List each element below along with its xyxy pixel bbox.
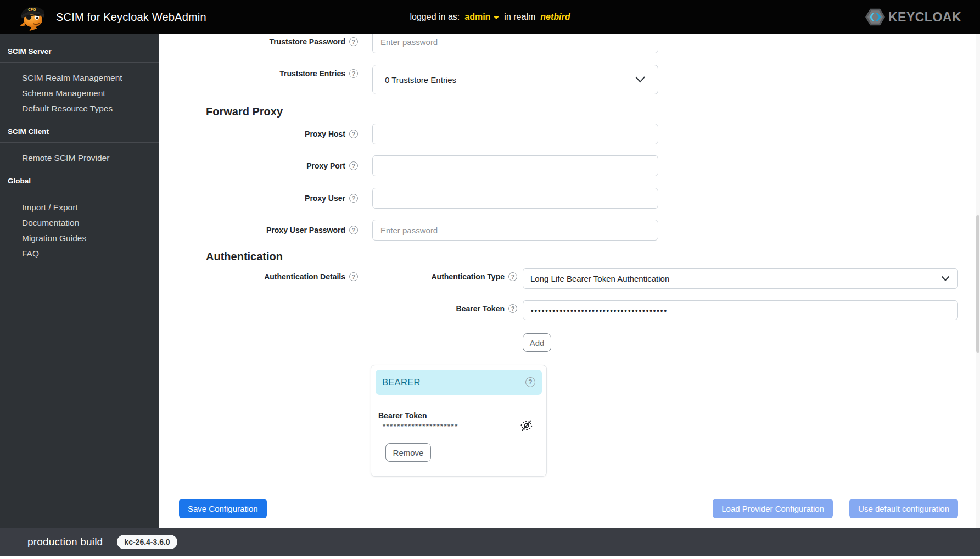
remove-button[interactable]: Remove (385, 443, 431, 462)
bearer-token-label: Bearer Token ? (368, 303, 517, 314)
authentication-type-value: Long Life Bearer Token Authentication (523, 274, 941, 283)
help-icon[interactable]: ? (349, 272, 358, 281)
keycloak-hexagon-icon (865, 7, 885, 27)
realm-name: netbird (540, 12, 570, 22)
bearer-card-masked-value: ********************* (383, 422, 458, 431)
login-info: logged in as: admin in realm netbird (410, 12, 570, 22)
truststore-entries-value: 0 Truststore Entries (373, 75, 635, 85)
main-content: Truststore Password ? Truststore Entries… (159, 34, 980, 528)
chevron-down-icon (941, 276, 950, 282)
eye-slash-icon[interactable] (520, 419, 533, 432)
forward-proxy-heading: Forward Proxy (206, 105, 283, 118)
load-provider-configuration-button[interactable]: Load Provider Configuration (713, 499, 833, 518)
truststore-entries-label: Truststore Entries ? (159, 68, 358, 79)
sidebar-section-global: Global (0, 171, 159, 192)
sidebar-nav: SCIM Server SCIM Realm Management Schema… (0, 34, 159, 528)
bearer-token-input[interactable] (523, 300, 958, 320)
authentication-type-select[interactable]: Long Life Bearer Token Authentication (523, 268, 958, 289)
help-icon[interactable]: ? (349, 226, 358, 234)
proxy-port-label: Proxy Port ? (159, 160, 358, 171)
help-icon[interactable]: ? (508, 304, 517, 313)
help-icon[interactable]: ? (349, 130, 358, 138)
sidebar-item-schema-management[interactable]: Schema Management (22, 86, 159, 101)
authentication-type-label: Authentication Type ? (368, 271, 517, 282)
chevron-down-icon (635, 76, 646, 83)
help-icon[interactable]: ? (525, 377, 535, 387)
proxy-port-input[interactable] (372, 155, 658, 176)
help-icon[interactable]: ? (349, 194, 358, 203)
version-badge: kc-26.4-3.6.0 (117, 535, 177, 549)
logged-in-label: logged in as: (410, 12, 460, 22)
proxy-host-input[interactable] (372, 124, 658, 144)
proxy-user-password-label: Proxy User Password ? (159, 225, 358, 236)
sidebar-group-scim-server: SCIM Realm Management Schema Management … (0, 63, 159, 122)
page-title: SCIM for Keycloak WebAdmin (56, 11, 206, 24)
proxy-user-label: Proxy User ? (159, 193, 358, 204)
proxy-user-password-input[interactable] (372, 220, 658, 241)
build-label: production build (27, 536, 103, 548)
save-configuration-button[interactable]: Save Configuration (179, 499, 267, 518)
sidebar-item-scim-realm-management[interactable]: SCIM Realm Management (22, 70, 159, 86)
add-button[interactable]: Add (523, 333, 551, 352)
sidebar-item-faq[interactable]: FAQ (22, 246, 159, 261)
scrollbar-thumb[interactable] (976, 215, 979, 353)
authentication-heading: Authentication (206, 250, 283, 263)
sidebar-section-scim-client: SCIM Client (0, 122, 159, 142)
help-icon[interactable]: ? (508, 272, 517, 281)
app-brand: CPG SCIM for Keycloak WebAdmin (0, 2, 307, 32)
truststore-password-input[interactable] (372, 34, 658, 53)
proxy-host-label: Proxy Host ? (159, 128, 358, 139)
sidebar-item-migration-guides[interactable]: Migration Guides (22, 231, 159, 246)
truststore-password-label: Truststore Password ? (159, 36, 358, 47)
proxy-user-input[interactable] (372, 188, 658, 209)
username: admin (464, 12, 490, 22)
sidebar-item-remote-scim-provider[interactable]: Remote SCIM Provider (22, 150, 159, 166)
realm-prefix-label: in realm (504, 12, 535, 22)
use-default-configuration-button[interactable]: Use default configuration (849, 499, 958, 518)
bearer-card-title: BEARER (382, 377, 525, 388)
bearer-card-field-label: Bearer Token (378, 411, 427, 420)
help-icon[interactable]: ? (349, 69, 358, 78)
sidebar-item-default-resource-types[interactable]: Default Resource Types (22, 101, 159, 116)
footer-bar: production build kc-26.4-3.6.0 (0, 528, 980, 556)
sidebar-item-documentation[interactable]: Documentation (22, 215, 159, 231)
keycloak-wordmark: KEYCLOAK (888, 10, 961, 25)
user-menu-dropdown[interactable]: admin (464, 12, 499, 22)
svg-text:CPG: CPG (28, 8, 36, 12)
sidebar-section-scim-server: SCIM Server (0, 42, 159, 62)
vertical-scrollbar[interactable] (976, 34, 980, 528)
authentication-details-label: Authentication Details ? (159, 271, 358, 282)
sidebar-group-scim-client: Remote SCIM Provider (0, 143, 159, 171)
bearer-card: BEARER ? Bearer Token ******************… (371, 365, 547, 477)
bearer-card-header[interactable]: BEARER ? (376, 370, 542, 395)
sidebar-item-import-export[interactable]: Import / Export (22, 200, 159, 215)
help-icon[interactable]: ? (349, 161, 358, 170)
keycloak-brand: KEYCLOAK (865, 0, 961, 34)
app-window: CPG SCIM for Keycloak WebAdmin logged in… (0, 0, 980, 559)
truststore-entries-accordion[interactable]: 0 Truststore Entries (372, 65, 658, 94)
help-icon[interactable]: ? (349, 37, 358, 46)
sidebar-group-global: Import / Export Documentation Migration … (0, 192, 159, 267)
chevron-down-icon (494, 16, 499, 19)
pirate-fish-logo-icon: CPG (19, 2, 48, 32)
top-header-bar: CPG SCIM for Keycloak WebAdmin logged in… (0, 0, 980, 34)
